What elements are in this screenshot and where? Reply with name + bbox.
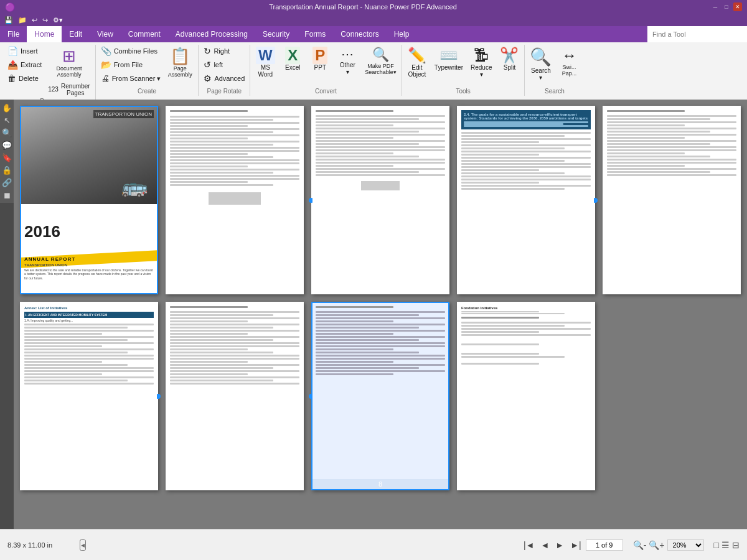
ppt-label: PPT (314, 64, 326, 71)
link-icon[interactable]: 🔗 (1, 177, 12, 188)
save-quick-btn[interactable]: 💾 (2, 16, 15, 25)
title-bar: 🟣 Transportation Annual Report - Nuance … (0, 0, 747, 14)
prev-page-btn[interactable]: ◄ (538, 539, 551, 551)
page-thumb-8[interactable]: 8 (311, 302, 449, 490)
zoom-in-btn[interactable]: 🔍+ (649, 540, 664, 550)
menu-home[interactable]: Home (27, 26, 62, 42)
combine-icon: 📎 (101, 46, 111, 56)
menu-advanced-processing[interactable]: Advanced Processing (168, 26, 255, 42)
page-thumb-7[interactable]: 7 (166, 302, 304, 490)
find-tool-input[interactable] (647, 26, 747, 42)
other-button[interactable]: ⋯ Other▾ (335, 45, 360, 77)
menu-edit[interactable]: Edit (62, 26, 90, 42)
bookmark-icon[interactable]: 🔖 (1, 152, 12, 163)
search-icon: 🔍 (530, 47, 552, 67)
other-label: Other▾ (340, 62, 355, 75)
stamp-icon[interactable]: 🔒 (1, 164, 12, 175)
renumber-pages-button[interactable]: 123 RenumberPages (45, 82, 92, 98)
from-scanner-button[interactable]: 🖨 From Scanner ▾ (98, 72, 164, 85)
menu-forms[interactable]: Forms (297, 26, 333, 42)
pages-grid: 🚌 TRANSPORTION UNION 2016 ANNUAL REPORT … (20, 106, 741, 497)
search-button[interactable]: 🔍 Search▾ (527, 45, 554, 83)
zoom-icon[interactable]: 🔍 (1, 127, 12, 138)
single-page-view-btn[interactable]: □ (714, 540, 719, 550)
maximize-button[interactable]: □ (722, 2, 731, 11)
page-indicator: 1 of 9 (586, 539, 623, 551)
renumber-icon: 123 (48, 86, 59, 93)
swipe-pages-button[interactable]: ↔️ Swi...Pap... (557, 45, 581, 78)
menu-view[interactable]: View (90, 26, 121, 42)
last-page-btn[interactable]: ►| (568, 539, 583, 551)
ms-word-button[interactable]: W MSWord (253, 45, 278, 80)
minimize-button[interactable]: ─ (711, 2, 720, 11)
document-assembly-button[interactable]: ⊞ DocumentAssembly (52, 45, 86, 80)
continuous-view-btn[interactable]: ☰ (721, 540, 730, 550)
rotate-advanced-label: Advanced (214, 75, 245, 82)
page-thumb-3[interactable]: 3 (311, 106, 449, 294)
create-group-label: Create (98, 88, 196, 96)
first-page-btn[interactable]: |◄ (522, 539, 537, 551)
page-assembly-button[interactable]: 📋 PageAssembly (164, 45, 195, 80)
split-icon: ✂️ (500, 47, 519, 64)
redo-quick-btn[interactable]: ↪ (40, 16, 50, 25)
renumber-label: RenumberPages (61, 83, 90, 96)
edit-object-button[interactable]: ✏️ EditObject (405, 45, 430, 80)
from-scanner-label: From Scanner ▾ (112, 75, 161, 83)
combine-files-button[interactable]: 📎 Combine Files (98, 45, 164, 57)
page-thumb-1[interactable]: 🚌 TRANSPORTION UNION 2016 ANNUAL REPORT … (20, 106, 158, 294)
select-tool-icon[interactable]: ↖ (1, 114, 12, 126)
insert-button[interactable]: 📄 Insert (5, 45, 44, 57)
other-icon: ⋯ (341, 47, 354, 62)
insert-icon: 📄 (7, 46, 18, 56)
comment-icon[interactable]: 💬 (1, 139, 12, 151)
ribbon-group-convert: W MSWord X Excel P PPT ⋯ Other▾ 🔍 Make P… (250, 45, 402, 96)
from-file-label: From File (114, 61, 143, 68)
two-page-view-btn[interactable]: ⊟ (732, 540, 740, 550)
from-file-button[interactable]: 📂 From File (98, 58, 164, 71)
next-page-btn[interactable]: ► (553, 539, 566, 551)
page-thumb-2[interactable]: 2 (166, 106, 304, 294)
undo-quick-btn[interactable]: ↩ (30, 16, 39, 25)
menu-help[interactable]: Help (387, 26, 417, 42)
ppt-button[interactable]: P PPT (308, 45, 332, 73)
menu-file[interactable]: File (0, 26, 27, 42)
reduce-label: Reduce▾ (471, 64, 492, 78)
reduce-button[interactable]: 🗜 Reduce▾ (468, 45, 494, 80)
page-thumb-9[interactable]: Fondation Initiatives (457, 302, 595, 490)
customize-quick-btn[interactable]: ⚙▾ (51, 16, 65, 25)
reduce-icon: 🗜 (474, 47, 489, 64)
scroll-left-btn[interactable]: ◂ (80, 539, 86, 551)
open-quick-btn[interactable]: 📁 (16, 16, 29, 25)
search-group-label: Search (527, 88, 581, 96)
page-thumb-4[interactable]: 2.4. The goals for a sustainable and res… (457, 106, 595, 294)
hand-tool-icon[interactable]: ✋ (1, 102, 12, 113)
zoom-select[interactable]: 10% 15% 20% 25% 50% 75% 100% (667, 539, 704, 551)
menu-comment[interactable]: Comment (121, 26, 168, 42)
rotate-right-button[interactable]: ↻ Right (201, 45, 247, 57)
split-button[interactable]: ✂️ Split (497, 45, 522, 73)
delete-button[interactable]: 🗑 Delete (5, 72, 44, 85)
page-thumb-5[interactable]: 5 (603, 106, 741, 294)
document-area[interactable]: 🚌 TRANSPORTION UNION 2016 ANNUAL REPORT … (14, 100, 747, 529)
excel-button[interactable]: X Excel (280, 45, 305, 73)
typewriter-label: Typewriter (435, 64, 463, 71)
typewriter-button[interactable]: ⌨️ Typewriter (432, 45, 466, 73)
menu-security[interactable]: Security (255, 26, 297, 42)
extract-button[interactable]: 📤 Extract (5, 58, 44, 71)
rotate-left-button[interactable]: ↺ left (201, 58, 247, 71)
rotate-advanced-button[interactable]: ⚙ Advanced (201, 72, 247, 85)
swipe-pages-icon: ↔️ (561, 47, 576, 64)
menu-connectors[interactable]: Connectors (333, 26, 386, 42)
ms-word-label: MSWord (258, 64, 273, 78)
ribbon-group-search: 🔍 Search▾ ↔️ Swi...Pap... Search (525, 45, 584, 96)
close-button[interactable]: ✕ (733, 2, 742, 11)
ribbon-group-create: 📎 Combine Files 📂 From File 🖨 From Scann… (96, 45, 199, 96)
redact-icon[interactable]: ◼ (1, 189, 12, 200)
zoom-out-btn[interactable]: 🔍- (633, 540, 647, 550)
left-panel: ✋ ↖ 🔍 💬 🔖 🔒 🔗 ◼ (0, 100, 14, 203)
combine-label: Combine Files (114, 47, 157, 55)
make-pdf-button[interactable]: 🔍 Make PDFSearchable▾ (362, 45, 399, 77)
page-thumb-6[interactable]: Annex: List of Initiatives I. AN EFFICIE… (20, 302, 158, 490)
make-pdf-label: Make PDFSearchable▾ (365, 63, 397, 75)
doc-assembly-label: DocumentAssembly (56, 66, 82, 78)
